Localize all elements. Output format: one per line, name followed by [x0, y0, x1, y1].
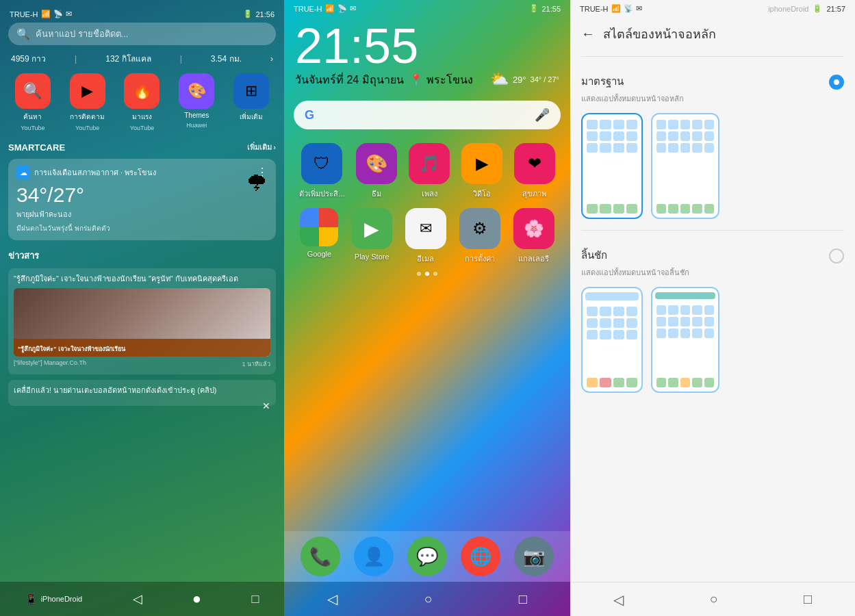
p2-search-bar[interactable]: G 🎤 — [294, 101, 561, 129]
p1-search-icon: 🔍 — [16, 27, 30, 40]
p1-status-bar: TRUE-H 📶 📡 ✉ 🔋 21:56 — [8, 7, 276, 23]
p2-theme-icon: 🎨 — [356, 143, 397, 184]
p2-dock-chrome[interactable]: 🌐 — [461, 537, 500, 576]
p1-news-item1[interactable]: "รู้สึกภูมิใจค่ะ" เจาะใจนางฟ้าของนักเรีย… — [8, 268, 276, 374]
p3-standard-preview — [581, 113, 821, 219]
p2-dock-phone[interactable]: 📞 — [301, 537, 340, 576]
p2-nav-home[interactable]: ○ — [424, 591, 432, 607]
p2-app-video[interactable]: ▶ วิดีโอ — [461, 143, 502, 200]
p2-location-text: พระโขนง — [426, 74, 473, 86]
p1-news-item2[interactable]: เคลื่อีกแล้ว! นายด่านเตะบอลอัดหน้าหอกดัง… — [8, 380, 276, 405]
p1-search-input[interactable] — [36, 29, 268, 39]
p2-app-security[interactable]: 🛡 ตัวเพิ่มประสิ... — [299, 143, 344, 200]
p2-signal-icon: 📶 — [325, 4, 335, 13]
p2-battery-icon: 🔋 — [529, 4, 539, 13]
p3-nav-recents[interactable]: □ — [804, 591, 812, 607]
p2-google-icon — [300, 208, 338, 246]
p1-wifi-icon: 📡 — [53, 10, 63, 18]
p1-smartcare-more[interactable]: เพิ่มเติม › — [247, 141, 276, 153]
p1-app-trending[interactable]: 🔥 มาแรง YouTube — [124, 73, 159, 131]
p2-nav-bar: ◁ ○ □ — [284, 582, 570, 616]
p1-apps-count: 4959 กาว — [11, 52, 46, 65]
p2-nav-recents[interactable]: □ — [519, 591, 527, 607]
p3-standard-radio[interactable] — [829, 75, 844, 90]
p1-nav-back[interactable]: ◁ — [133, 591, 142, 606]
p2-gallery-label: แกลเลอรี — [518, 253, 549, 265]
p1-app-tracking-sub: YouTube — [75, 125, 99, 131]
p1-app-search[interactable]: 🔍 ค้นหา YouTube — [15, 73, 51, 131]
p1-weather-forecast: มีฝนตกในวันพรุ่งนี้ พกร่มติดตัว — [16, 223, 268, 233]
p1-app-more-icon: ⊞ — [233, 73, 269, 109]
p2-dock-contacts[interactable]: 👤 — [354, 537, 394, 576]
p2-music-icon: 🎵 — [409, 143, 450, 184]
p2-dock-messages[interactable]: 💬 — [407, 537, 447, 576]
p1-news-image1: "รู้สึกภูมิใจค่ะ" เจาะใจนางฟ้าของนักเรีย… — [14, 288, 270, 357]
p3-back-button[interactable]: ← — [581, 26, 595, 42]
p3-header: ← สไตล์ของหน้าจอหลัก — [570, 17, 855, 51]
p1-smartcare-title: SMARTCARE — [8, 142, 65, 153]
p1-app-more[interactable]: ⊞ เพิ่มเติม — [233, 73, 269, 131]
p2-mic-icon[interactable]: 🎤 — [535, 107, 550, 123]
p3-carrier: TRUE-H — [580, 5, 609, 13]
p2-weather-temp: 29° — [513, 75, 526, 85]
p3-option-drawer[interactable]: ลิ้นชัก แสดงแอปทั้งหมดบนหน้าจอลิ้นชัก — [581, 247, 844, 393]
p1-app-search-label: ค้นหา — [23, 112, 42, 122]
p3-drawer-title: ลิ้นชัก — [581, 247, 821, 264]
p2-app-playstore[interactable]: ▶ Play Store — [351, 208, 392, 265]
p1-weather-source: ☁ การแจ้งเตือนสภาพอากาศ · พระโขนง — [16, 166, 156, 179]
p3-drawer-desc: แสดงแอปทั้งหมดบนหน้าจอลิ้นชัก — [581, 266, 821, 279]
p2-settings-label: การตั้งค่า — [465, 253, 495, 265]
p1-app-trending-icon: 🔥 — [124, 73, 159, 109]
p1-signal-icon: 📶 — [41, 10, 51, 18]
p3-drawer-section: ลิ้นชัก แสดงแอปทั้งหมดบนหน้าจอลิ้นชัก — [570, 236, 855, 398]
p2-app-row2: Google ▶ Play Store ✉ อีเมล ⚙ การตั้งค่า… — [284, 205, 570, 268]
p1-weather-temp: 34°/27° — [16, 183, 268, 207]
p1-smartcare-header: SMARTCARE เพิ่มเติม › — [8, 141, 276, 153]
p2-app-theme[interactable]: 🎨 ธีม — [356, 143, 397, 200]
p1-search-bar[interactable]: 🔍 — [8, 23, 276, 45]
p1-nav-home[interactable]: ● — [192, 590, 201, 608]
p1-news-close[interactable]: ✕ — [262, 400, 270, 411]
p2-dot-1[interactable] — [417, 272, 421, 276]
p3-time: 21:57 — [826, 5, 845, 13]
p2-clock: 21:55 — [295, 21, 559, 70]
p2-dock-camera[interactable]: 📷 — [514, 537, 554, 576]
p3-nav-back[interactable]: ◁ — [613, 591, 624, 608]
p2-playstore-label: Play Store — [355, 253, 390, 261]
p3-standard-title: มาตรฐาน — [581, 73, 821, 90]
p2-app-email[interactable]: ✉ อีเมล — [405, 208, 446, 265]
p3-preview-phone2 — [651, 113, 719, 219]
p1-weather-app-icon: ☁ — [16, 166, 30, 179]
p2-app-music[interactable]: 🎵 เพลง — [409, 143, 450, 200]
p2-dot-2[interactable] — [425, 272, 429, 276]
panel3-home-style: TRUE-H 📶 📡 ✉ iphoneDroid 🔋 21:57 ← สไตล์… — [570, 0, 855, 616]
p1-news-title: ข่าวสาร — [8, 248, 276, 263]
p3-nav-home[interactable]: ○ — [709, 591, 717, 607]
p3-drawer-radio[interactable] — [829, 248, 844, 264]
p2-nav-back[interactable]: ◁ — [327, 591, 337, 607]
p1-app-search-icon: 🔍 — [15, 73, 51, 109]
p2-weather: ⛅ 29° 34° / 27° — [490, 70, 559, 88]
p2-app-gallery[interactable]: 🌸 แกลเลอรี — [513, 208, 554, 265]
p3-option-standard[interactable]: มาตรฐาน แสดงแอปทั้งหมดบนหน้าจอหลัก — [581, 73, 844, 219]
p1-news-source1: ["lifestyle"] Manager.Co.Th 1 นาทีแล้ว — [14, 359, 270, 369]
p2-app-settings[interactable]: ⚙ การตั้งค่า — [459, 208, 500, 265]
p1-carrier: TRUE-H — [10, 10, 38, 18]
p1-logo-area: 📱 iPhoneDroid — [25, 593, 83, 604]
p3-preview-drawer1 — [581, 287, 643, 393]
p3-preview-drawer2 — [651, 287, 719, 393]
p2-app-google[interactable]: Google — [300, 208, 338, 265]
p1-app-tracking[interactable]: ▶ การติดตาม YouTube — [70, 73, 105, 131]
p1-nav-recents[interactable]: □ — [251, 592, 259, 606]
p2-app-health[interactable]: ❤ สุขภาพ — [514, 143, 555, 200]
p1-app-search-sub: YouTube — [21, 125, 44, 131]
p3-nav-bar: ◁ ○ □ — [570, 582, 855, 616]
p1-app-themes[interactable]: 🎨 Themes Huawei — [179, 73, 214, 131]
p2-date: วันจันทร์ที่ 24 มิถุนายน 📍 พระโขนง — [295, 71, 473, 88]
p1-more-arrow[interactable]: › — [270, 54, 273, 64]
p2-dot-3[interactable] — [433, 272, 437, 276]
p1-nav-bar: 📱 iPhoneDroid ◁ ● □ — [0, 582, 284, 616]
p2-date-text: วันจันทร์ที่ 24 มิถุนายน — [295, 74, 404, 86]
p3-wifi-icon: 📡 — [624, 4, 633, 13]
p2-location-pin: 📍 — [409, 74, 423, 86]
